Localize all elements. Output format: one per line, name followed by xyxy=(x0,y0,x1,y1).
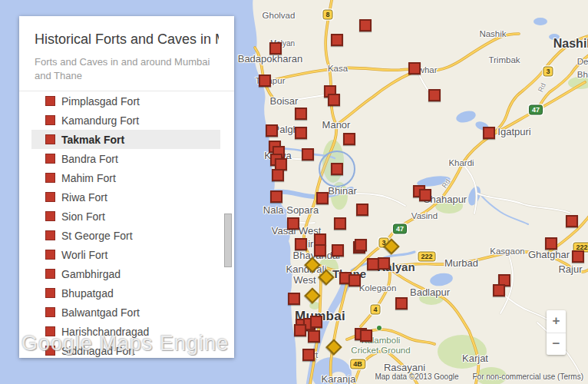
fort-list-item-label: Riwa Fort xyxy=(61,191,107,204)
fort-marker-icon xyxy=(45,250,55,260)
map-marker-fort[interactable] xyxy=(294,324,306,336)
map-label: Karanja xyxy=(322,373,356,384)
fort-list-item[interactable]: Takmak Fort xyxy=(31,130,220,149)
map-marker-fort[interactable] xyxy=(266,124,278,137)
terms-link[interactable]: For non-commercial use (Terms) xyxy=(473,372,583,381)
fort-list-item[interactable]: Mahim Fort xyxy=(19,168,234,187)
fort-list-item[interactable]: Worli Fort xyxy=(19,245,234,264)
map-marker-fort[interactable] xyxy=(355,239,367,251)
panel-scrollbar[interactable] xyxy=(224,214,232,267)
map-marker-fort[interactable] xyxy=(295,127,307,139)
map-marker-fort[interactable] xyxy=(356,204,368,216)
fort-list-item[interactable]: Bhupatgad xyxy=(19,283,234,303)
map-marker-fort[interactable] xyxy=(314,244,326,257)
map-marker-fort[interactable] xyxy=(270,190,282,203)
map-marker-fort[interactable] xyxy=(310,316,322,328)
fort-list-item[interactable]: Sion Fort xyxy=(19,207,234,226)
map-label: Manor xyxy=(322,119,351,131)
panel-header: Historical Forts and Caves in Mu… Forts … xyxy=(19,16,234,82)
map-label: Bhinar xyxy=(328,185,357,197)
road-name-label: Rd xyxy=(537,82,547,94)
route-shield-4B: 4B xyxy=(350,359,365,369)
map-marker-fort[interactable] xyxy=(566,215,578,227)
fort-list-item-label: Gambhirgad xyxy=(61,268,121,280)
map-marker-fort[interactable] xyxy=(545,237,557,250)
layer-panel: Historical Forts and Caves in Mu… Forts … xyxy=(19,16,234,358)
fort-list-item-label: Bhupatgad xyxy=(61,287,114,300)
map-marker-fort[interactable] xyxy=(428,89,441,101)
map-marker-fort[interactable] xyxy=(572,250,584,263)
map-marker-fort[interactable] xyxy=(493,284,505,296)
tree-icon xyxy=(377,326,382,330)
map-marker-fort[interactable] xyxy=(332,244,344,257)
map-marker-cave[interactable] xyxy=(325,339,342,355)
map-label: Nashik xyxy=(553,37,588,51)
fort-list-item[interactable]: Kamandurg Fort xyxy=(19,111,234,130)
fort-marker-icon xyxy=(45,326,55,336)
map-marker-fort[interactable] xyxy=(272,169,284,181)
map-marker-fort[interactable] xyxy=(408,62,421,74)
map-label: Badlapur xyxy=(410,286,450,298)
map-label: Rasayani xyxy=(384,362,425,373)
map-label: Dev xyxy=(577,57,588,66)
fort-list-item[interactable]: Harishchandragad xyxy=(19,322,234,341)
route-shield-8: 8 xyxy=(322,10,332,20)
map-label: Nashik xyxy=(479,29,506,38)
map-label: Gholvad xyxy=(263,11,296,20)
map-data-credit: Map data ©2013 Google xyxy=(375,372,458,381)
zoom-controls: + − xyxy=(547,310,566,355)
map-marker-fort[interactable] xyxy=(259,74,271,87)
fort-marker-icon xyxy=(45,269,55,279)
map-marker-fort[interactable] xyxy=(331,34,343,46)
fort-marker-icon xyxy=(45,115,55,125)
map-label: Cricket Ground xyxy=(351,346,410,355)
map-marker-fort[interactable] xyxy=(331,163,343,175)
zoom-in-button[interactable]: + xyxy=(547,310,566,333)
fort-list-item[interactable]: St George Fort xyxy=(19,226,234,245)
map-marker-fort[interactable] xyxy=(269,42,282,55)
map-marker-fort[interactable] xyxy=(295,238,307,250)
fort-list-item[interactable]: Balwantgad Fort xyxy=(19,303,234,322)
map-marker-fort[interactable] xyxy=(308,330,320,343)
fort-list-item[interactable]: Pimplasgad Fort xyxy=(19,91,234,111)
map-label: Trimbak xyxy=(488,55,520,65)
fort-list-item[interactable]: Gambhirgad xyxy=(19,264,234,283)
fort-list-item[interactable]: Riwa Fort xyxy=(19,187,234,207)
map-marker-cave[interactable] xyxy=(304,287,320,303)
map-marker-fort[interactable] xyxy=(349,274,361,286)
map-label: Igatpuri xyxy=(497,126,530,137)
map-marker-fort[interactable] xyxy=(395,297,408,310)
map-label: Rajur xyxy=(558,263,582,275)
fort-list-item[interactable]: Bandra Fort xyxy=(19,149,234,168)
map-marker-fort[interactable] xyxy=(295,108,307,120)
fort-marker-icon xyxy=(45,96,55,106)
map-marker-fort[interactable] xyxy=(378,257,390,270)
map-label: Murbad xyxy=(444,257,478,269)
map-marker-fort[interactable] xyxy=(302,148,314,161)
map-marker-fort[interactable] xyxy=(288,293,300,305)
map-marker-fort[interactable] xyxy=(483,127,495,139)
route-shield-222: 222 xyxy=(418,252,435,262)
map-marker-fort[interactable] xyxy=(328,94,340,106)
map-label: Karjat xyxy=(462,353,488,364)
fort-list-item-label: Bandra Fort xyxy=(61,153,118,165)
fort-marker-icon xyxy=(45,134,55,144)
fort-marker-icon xyxy=(45,346,55,356)
fort-list-item[interactable]: Siddhagad Fort xyxy=(19,341,234,358)
map-marker-fort[interactable] xyxy=(302,349,315,361)
route-shield-4: 4 xyxy=(370,305,380,315)
map-marker-fort[interactable] xyxy=(316,192,329,204)
map-label: Boisar xyxy=(270,95,299,107)
fort-marker-icon xyxy=(45,173,55,183)
map-marker-fort[interactable] xyxy=(419,189,431,201)
zoom-out-button[interactable]: − xyxy=(547,333,566,356)
fort-marker-icon xyxy=(45,288,55,298)
map-marker-fort[interactable] xyxy=(287,217,299,230)
map-marker-fort[interactable] xyxy=(334,217,346,230)
route-shield-47: 47 xyxy=(529,105,543,115)
road-name-label: Rd xyxy=(441,177,452,189)
map-marker-fort[interactable] xyxy=(360,329,372,342)
map-label: West xyxy=(293,274,315,286)
map-marker-fort[interactable] xyxy=(343,133,355,145)
map-marker-fort[interactable] xyxy=(359,19,372,31)
